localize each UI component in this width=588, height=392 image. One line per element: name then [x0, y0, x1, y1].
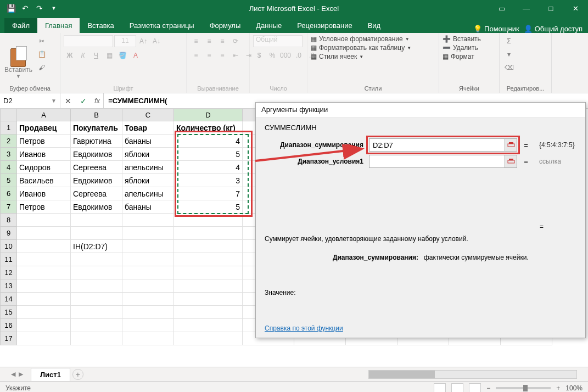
cell[interactable]: ІН(D2:D7): [71, 240, 122, 253]
collapse-dialog-icon[interactable]: [505, 155, 517, 167]
maximize-button[interactable]: □: [539, 0, 563, 16]
row-header-5[interactable]: 5: [1, 174, 17, 187]
next-sheet-icon[interactable]: ▶: [19, 371, 23, 378]
qat-customize-icon[interactable]: ▼: [47, 2, 60, 15]
cell[interactable]: Васильев: [17, 174, 71, 187]
cell[interactable]: Сергеева: [71, 161, 122, 174]
row-header-11[interactable]: 11: [1, 253, 17, 266]
cell[interactable]: [17, 306, 71, 319]
cell[interactable]: [122, 319, 174, 332]
cell[interactable]: [71, 279, 122, 293]
cell[interactable]: [71, 306, 122, 319]
minimize-button[interactable]: —: [514, 0, 539, 16]
cell[interactable]: [17, 293, 71, 306]
fill-color-icon[interactable]: 🪣: [116, 49, 128, 61]
cell[interactable]: [174, 240, 243, 253]
cell[interactable]: [174, 319, 243, 332]
italic-button[interactable]: К: [77, 49, 89, 61]
share-button[interactable]: 👤 Общий доступ: [524, 25, 583, 33]
cell[interactable]: Евдокимов: [71, 148, 122, 161]
fill-icon[interactable]: ▾: [503, 48, 515, 60]
row-header-2[interactable]: 2: [1, 135, 17, 148]
cell[interactable]: [174, 306, 243, 319]
format-cells-button[interactable]: ▦ Формат: [443, 53, 474, 60]
undo-icon[interactable]: ↶: [19, 2, 32, 15]
insert-cells-button[interactable]: ➕ Вставить: [443, 35, 481, 43]
row-header-7[interactable]: 7: [1, 200, 17, 214]
cell[interactable]: [17, 332, 71, 345]
page-break-view-icon[interactable]: [469, 383, 481, 393]
ribbon-options-icon[interactable]: ▭: [489, 0, 514, 16]
cut-icon[interactable]: ✂: [36, 35, 48, 47]
cell[interactable]: [174, 279, 243, 293]
prev-sheet-icon[interactable]: ◀: [11, 371, 15, 378]
format-painter-icon[interactable]: 🖌: [36, 61, 48, 74]
cell[interactable]: Петров: [17, 135, 71, 148]
cell[interactable]: бананы: [122, 135, 174, 148]
row-header-6[interactable]: 6: [1, 187, 17, 200]
cell[interactable]: [17, 214, 71, 227]
cell[interactable]: Евдокимов: [71, 200, 122, 214]
cell[interactable]: [71, 214, 122, 227]
row-header-3[interactable]: 3: [1, 148, 17, 161]
cell[interactable]: 3: [174, 174, 243, 187]
cell[interactable]: [17, 266, 71, 279]
autosum-icon[interactable]: Σ: [503, 35, 515, 47]
increase-decimal-icon[interactable]: .0: [293, 49, 305, 61]
increase-font-icon[interactable]: A↑: [137, 35, 149, 47]
border-icon[interactable]: ▦: [103, 49, 115, 61]
row-header-10[interactable]: 10: [1, 240, 17, 253]
cell[interactable]: [17, 319, 71, 332]
cell[interactable]: [122, 214, 174, 227]
font-size-select[interactable]: 11: [114, 35, 136, 47]
tab-review[interactable]: Рецензирование: [289, 18, 360, 33]
cell[interactable]: [71, 266, 122, 279]
cell[interactable]: [17, 279, 71, 293]
cell[interactable]: 7: [174, 187, 243, 200]
cell[interactable]: Евдокимов: [71, 174, 122, 187]
horizontal-scrollbar[interactable]: [368, 370, 577, 379]
row-header-1[interactable]: 1: [1, 121, 17, 135]
page-layout-view-icon[interactable]: [451, 383, 463, 393]
row-header-4[interactable]: 4: [1, 161, 17, 174]
tab-data[interactable]: Данные: [248, 18, 289, 33]
redo-icon[interactable]: ↷: [33, 2, 46, 15]
cell[interactable]: [174, 253, 243, 266]
cell[interactable]: Иванов: [17, 187, 71, 200]
help-link[interactable]: Справка по этой функции: [265, 324, 343, 332]
zoom-in-icon[interactable]: +: [556, 384, 560, 392]
cell[interactable]: Сидоров: [17, 161, 71, 174]
cell[interactable]: Товар: [122, 121, 174, 135]
scroll-thumb[interactable]: [369, 371, 435, 378]
cell[interactable]: яблоки: [122, 174, 174, 187]
currency-icon[interactable]: $: [253, 49, 265, 61]
row-header-15[interactable]: 15: [1, 306, 17, 319]
delete-cells-button[interactable]: ➖ Удалить: [443, 44, 478, 52]
format-as-table-button[interactable]: ▦ Форматировать как таблицу ▼: [311, 44, 411, 52]
cell[interactable]: [71, 253, 122, 266]
align-center-icon[interactable]: ≡: [203, 49, 215, 61]
tab-home[interactable]: Главная: [37, 18, 80, 33]
cell[interactable]: [71, 293, 122, 306]
zoom-slider[interactable]: [496, 387, 551, 389]
cell[interactable]: [122, 253, 174, 266]
cell[interactable]: Сергеева: [71, 187, 122, 200]
clear-icon[interactable]: ⌫: [503, 61, 515, 74]
enter-formula-button[interactable]: ✓: [76, 97, 91, 105]
cell[interactable]: Иванов: [17, 148, 71, 161]
cell[interactable]: [122, 306, 174, 319]
cell[interactable]: Гаврютина: [71, 135, 122, 148]
tab-view[interactable]: Вид: [360, 18, 389, 33]
cell[interactable]: [17, 227, 71, 240]
paste-button[interactable]: Вставить ▼: [3, 35, 33, 79]
orientation-icon[interactable]: ⟳: [229, 35, 242, 47]
decrease-decimal-icon[interactable]: .0: [306, 49, 318, 61]
cell[interactable]: [174, 266, 243, 279]
zoom-level[interactable]: 100%: [565, 384, 583, 392]
row-header-14[interactable]: 14: [1, 293, 17, 306]
cell[interactable]: [122, 240, 174, 253]
cell[interactable]: Продавец: [17, 121, 71, 135]
cell[interactable]: [71, 332, 122, 345]
column-header-C[interactable]: C: [122, 109, 174, 121]
row-header-8[interactable]: 8: [1, 214, 17, 227]
